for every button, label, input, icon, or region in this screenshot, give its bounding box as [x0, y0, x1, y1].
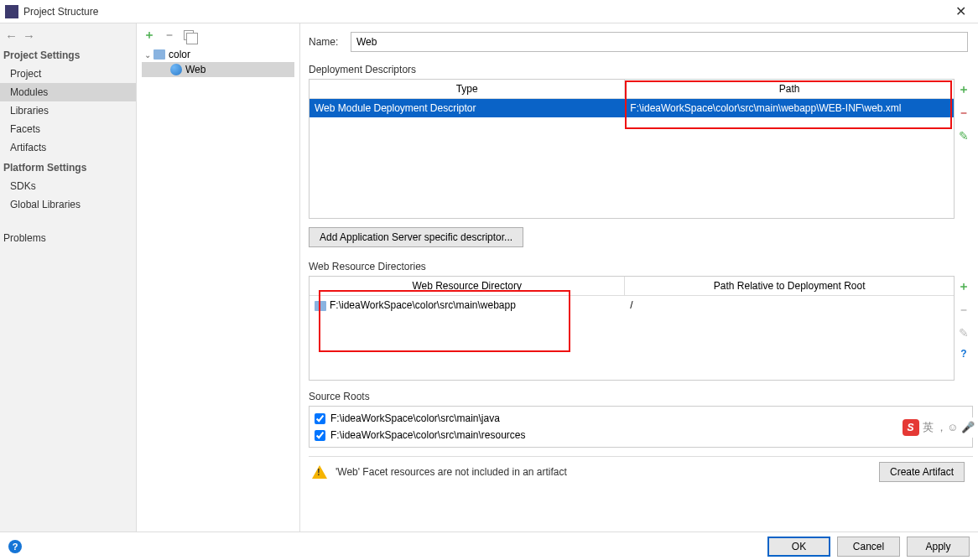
add-module-icon[interactable]: ＋ [143, 28, 155, 43]
remove-resource-dir-icon[interactable]: － [958, 303, 970, 318]
source-root-path: F:\ideaWorkSpace\color\src\main\resource… [330, 429, 526, 441]
cell-directory: F:\ideaWorkSpace\color\src\main\webapp [310, 296, 625, 314]
sidebar-item-problems[interactable]: Problems [0, 229, 136, 247]
folder-icon [153, 49, 165, 60]
tree-node-web[interactable]: Web [142, 62, 294, 77]
cell-path: F:\ideaWorkSpace\color\src\main\webapp\W… [625, 99, 954, 117]
remove-module-icon[interactable]: － [164, 28, 175, 43]
section-platform-settings: Platform Settings [0, 157, 136, 177]
col-path-relative[interactable]: Path Relative to Deployment Root [625, 277, 954, 295]
add-app-server-descriptor-button[interactable]: Add Application Server specific descript… [309, 227, 523, 247]
artifact-warning-message: 'Web' Facet resources are not included i… [336, 466, 879, 478]
sidebar-item-facets[interactable]: Facets [0, 120, 136, 138]
warning-icon [312, 465, 327, 479]
table-row[interactable]: Web Module Deployment Descriptor F:\idea… [310, 99, 954, 117]
edit-descriptor-icon[interactable]: ✎ [959, 129, 969, 143]
create-artifact-button[interactable]: Create Artifact [879, 462, 965, 482]
copy-module-icon[interactable] [184, 30, 194, 40]
help-icon[interactable]: ? [960, 348, 966, 360]
col-type[interactable]: Type [310, 80, 625, 98]
source-root-checkbox[interactable] [315, 430, 325, 441]
add-resource-dir-icon[interactable]: ＋ [958, 279, 970, 294]
folder-icon [315, 301, 326, 311]
col-path[interactable]: Path [625, 80, 954, 98]
deployment-descriptors-label: Deployment Descriptors [309, 64, 973, 75]
sidebar-item-sdks[interactable]: SDKs [0, 177, 136, 195]
add-descriptor-icon[interactable]: ＋ [958, 82, 970, 97]
name-input[interactable] [351, 32, 968, 52]
name-label: Name: [309, 36, 351, 48]
source-root-item[interactable]: F:\ideaWorkSpace\color\src\main\resource… [310, 427, 972, 443]
forward-arrow-icon[interactable]: → [23, 29, 35, 43]
ime-status-text: 英 ，☺ 🎤 [923, 420, 975, 435]
section-project-settings: Project Settings [0, 44, 136, 65]
ime-floating-bar[interactable]: S 英 ，☺ 🎤 [901, 417, 977, 438]
tree-node-label: color [169, 49, 190, 60]
app-icon [5, 5, 18, 18]
source-root-checkbox[interactable] [315, 413, 325, 424]
module-tree-pane: ＋ － ⌄ color Web [137, 23, 300, 531]
apply-button[interactable]: Apply [907, 537, 970, 557]
source-root-path: F:\ideaWorkSpace\color\src\main\java [330, 412, 500, 424]
web-resource-directories-label: Web Resource Directories [309, 261, 973, 272]
sidebar-item-global-libraries[interactable]: Global Libraries [0, 195, 136, 214]
window-title: Project Structure [23, 6, 949, 18]
web-facet-icon [170, 64, 182, 75]
cancel-button[interactable]: Cancel [837, 537, 900, 557]
ok-button[interactable]: OK [767, 537, 830, 557]
sogou-ime-icon[interactable]: S [903, 419, 919, 436]
edit-resource-dir-icon[interactable]: ✎ [959, 326, 969, 340]
deployment-descriptors-table: Type Path Web Module Deployment Descript… [309, 79, 955, 219]
table-row[interactable]: F:\ideaWorkSpace\color\src\main\webapp / [310, 296, 954, 314]
cell-relative-path: / [625, 296, 954, 314]
facet-content: Name: Deployment Descriptors Type Path W… [300, 23, 978, 531]
remove-descriptor-icon[interactable]: － [958, 106, 970, 121]
source-roots-label: Source Roots [309, 391, 973, 402]
sidebar-item-artifacts[interactable]: Artifacts [0, 138, 136, 157]
tree-node-color[interactable]: ⌄ color [142, 47, 294, 62]
settings-sidebar: ← → Project Settings Project Modules Lib… [0, 23, 137, 531]
cell-type: Web Module Deployment Descriptor [310, 99, 625, 117]
back-arrow-icon[interactable]: ← [5, 29, 18, 43]
sidebar-item-project[interactable]: Project [0, 65, 136, 83]
sidebar-item-libraries[interactable]: Libraries [0, 101, 136, 120]
sidebar-item-modules[interactable]: Modules [0, 83, 136, 101]
source-root-item[interactable]: F:\ideaWorkSpace\color\src\main\java [310, 410, 972, 427]
web-resource-directories-table: Web Resource Directory Path Relative to … [309, 276, 955, 381]
tree-node-label: Web [185, 64, 205, 75]
close-button[interactable]: ✕ [949, 3, 973, 19]
help-button[interactable]: ? [8, 540, 22, 553]
expand-arrow-icon[interactable]: ⌄ [142, 50, 153, 60]
col-web-resource-directory[interactable]: Web Resource Directory [310, 277, 625, 295]
